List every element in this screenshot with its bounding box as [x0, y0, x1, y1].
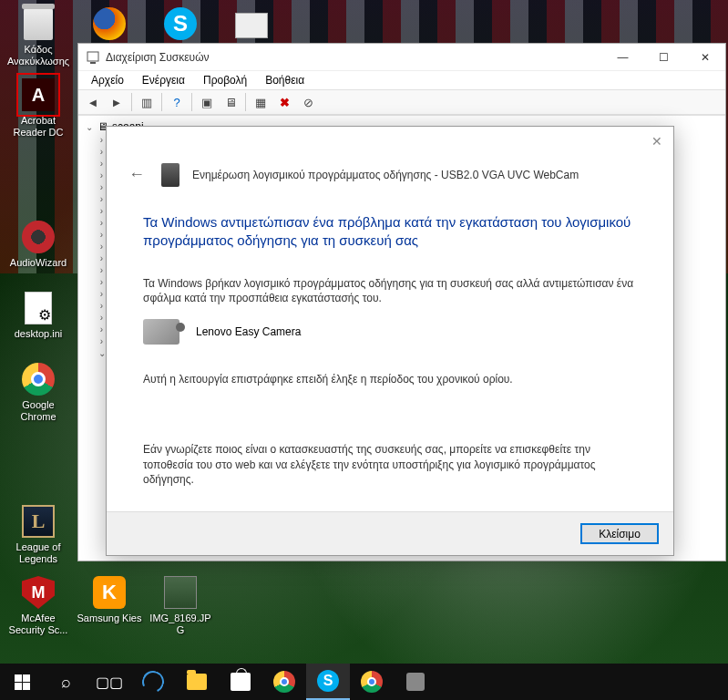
camera-icon [143, 319, 179, 345]
svg-rect-1 [90, 62, 96, 64]
taskbar: ⌕ ▢▢ S [0, 664, 728, 700]
chrome-icon [22, 363, 55, 396]
chrome-icon [273, 671, 295, 693]
taskview-icon: ▢▢ [96, 674, 123, 691]
desktop-icon-desktop-ini[interactable]: desktop.ini [4, 288, 73, 357]
body-text-2: Αυτή η λειτουργία επιστράφηκε επειδή έλη… [143, 372, 637, 387]
menu-file[interactable]: Αρχείο [84, 72, 131, 88]
problem-heading: Τα Windows αντιμετώπισαν ένα πρόβλημα κα… [143, 213, 637, 251]
desktop: Κάδος Ανακύκλωσης S A Acrobat Reader DC … [0, 0, 728, 700]
window-thumb-icon [235, 13, 268, 38]
desktop-icon-recycle-bin[interactable]: Κάδος Ανακύκλωσης [4, 4, 73, 73]
body-text-1: Τα Windows βρήκαν λογισμικό προγράμματος… [143, 276, 637, 307]
ini-file-icon [25, 292, 52, 324]
jpg-thumb-icon [164, 576, 197, 609]
explorer-icon [187, 674, 207, 690]
toolbar-disable[interactable]: ⊘ [297, 91, 319, 113]
league-icon: L [22, 505, 55, 538]
toolbar-scan[interactable]: 🖥 [220, 91, 241, 113]
taskbar-skype[interactable]: S [306, 664, 350, 700]
windows-icon [15, 674, 30, 690]
chrome-icon [361, 671, 383, 693]
driver-device-icon [161, 163, 179, 187]
start-button[interactable] [0, 664, 44, 700]
body-text-3: Εάν γνωρίζετε ποιος είναι ο κατασκευαστή… [143, 442, 637, 488]
close-button[interactable]: ✕ [684, 44, 725, 70]
toolbar-show-hide[interactable]: ▥ [136, 91, 158, 113]
titlebar[interactable]: Διαχείριση Συσκευών — ☐ ✕ [78, 44, 725, 71]
menu-help[interactable]: Βοήθεια [258, 72, 312, 88]
close-dialog-button[interactable]: Κλείσιμο [580, 523, 659, 544]
app-icon [406, 673, 425, 691]
desktop-icon-kies[interactable]: K Samsung Kies [75, 572, 144, 642]
toolbar-update[interactable]: ▦ [250, 91, 272, 113]
taskbar-edge[interactable] [131, 664, 175, 700]
desktop-icon-mcafee[interactable]: M McAfee Security Sc... [4, 572, 73, 642]
desktop-icon-img[interactable]: IMG_8169.JPG [146, 572, 215, 642]
device-name: Lenovo Easy Camera [196, 325, 301, 338]
desktop-icon-lol[interactable]: L League of Legends [4, 501, 73, 571]
firefox-icon [93, 7, 126, 40]
taskbar-taskview[interactable]: ▢▢ [87, 664, 131, 700]
toolbar-properties[interactable]: ▣ [196, 91, 218, 113]
window-title: Διαχείριση Συσκευών [106, 51, 602, 64]
desktop-icon-audiowizard[interactable]: AudioWizard [4, 217, 73, 286]
menu-view[interactable]: Προβολή [196, 72, 254, 88]
menu-action[interactable]: Ενέργεια [135, 72, 192, 88]
toolbar-back[interactable]: ◄ [82, 91, 104, 113]
desktop-icon-acrobat[interactable]: A Acrobat Reader DC [4, 75, 73, 144]
desktop-icon-chrome[interactable]: Google Chrome [4, 359, 73, 428]
dialog-body: Τα Windows αντιμετώπισαν ένα πρόβλημα κα… [107, 202, 673, 511]
toolbar-uninstall[interactable]: ✖ [273, 91, 295, 113]
edge-icon [139, 668, 168, 696]
skype-icon: S [317, 670, 339, 692]
audiowizard-icon [22, 221, 55, 253]
driver-update-dialog: ✕ ← Ενημέρωση λογισμικού προγράμματος οδ… [106, 126, 674, 556]
svg-rect-0 [87, 52, 98, 61]
recycle-bin-icon [24, 7, 53, 40]
back-arrow-icon[interactable]: ← [125, 161, 149, 188]
toolbar: ◄ ► ▥ ? ▣ 🖥 ▦ ✖ ⊘ [78, 89, 725, 115]
dialog-header: ← Ενημέρωση λογισμικού προγράμματος οδήγ… [107, 127, 673, 202]
toolbar-forward[interactable]: ► [106, 91, 128, 113]
maximize-button[interactable]: ☐ [643, 44, 684, 70]
toolbar-help[interactable]: ? [166, 91, 188, 113]
taskbar-search[interactable]: ⌕ [44, 664, 87, 700]
taskbar-chrome[interactable] [262, 664, 306, 700]
devmgr-title-icon [86, 50, 100, 65]
collapse-icon[interactable]: ⌄ [84, 122, 94, 132]
kies-icon: K [93, 576, 126, 609]
dialog-footer: Κλείσιμο [107, 511, 673, 555]
taskbar-store[interactable] [219, 664, 262, 700]
store-icon [231, 673, 251, 691]
taskbar-explorer[interactable] [175, 664, 219, 700]
skype-icon: S [164, 7, 197, 40]
dialog-title: Ενημέρωση λογισμικού προγράμματος οδήγησ… [192, 169, 579, 181]
taskbar-app[interactable] [394, 664, 437, 700]
mcafee-icon: M [22, 576, 55, 609]
minimize-button[interactable]: — [602, 44, 643, 70]
taskbar-chrome-2[interactable] [350, 664, 394, 700]
menubar: Αρχείο Ενέργεια Προβολή Βοήθεια [78, 71, 725, 89]
search-icon: ⌕ [61, 673, 71, 692]
dialog-close-button[interactable]: ✕ [651, 134, 662, 149]
device-row: Lenovo Easy Camera [143, 319, 637, 345]
acrobat-icon: A [22, 78, 55, 111]
